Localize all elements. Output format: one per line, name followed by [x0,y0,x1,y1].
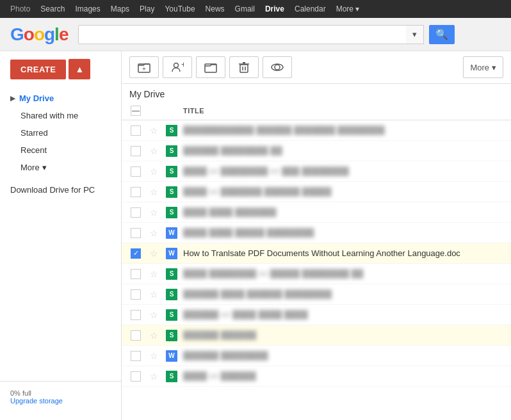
toolbar-more-label: More [470,63,489,72]
sheets-icon: S [166,309,177,321]
sidebar-item-recent[interactable]: Recent [0,141,121,159]
row-checkbox[interactable] [131,330,141,341]
row-checkbox[interactable] [131,269,141,279]
star-icon[interactable]: ☆ [150,187,158,197]
more-arrow-icon: ▾ [42,163,47,172]
table-row[interactable]: ☆S████████████ ██████ ███████ ████████ [122,120,511,141]
main-layout: CREATE ▲ ▶ My Drive Shared with me Starr… [0,51,511,420]
row-checkbox[interactable] [131,310,141,320]
table-row[interactable]: ☆S████ ## ████████ ## ███ ████████ [122,161,511,182]
nav-item-news[interactable]: News [200,4,230,13]
toolbar: + + More ▾ [122,51,511,84]
create-button[interactable]: CREATE [10,60,66,79]
search-button[interactable]: 🔍 [429,25,455,44]
sidebar-item-my-drive[interactable]: ▶ My Drive [0,90,121,107]
star-icon[interactable]: ☆ [150,330,158,341]
row-checkbox[interactable] [131,146,141,156]
move-to-folder-button[interactable] [196,56,225,78]
table-row[interactable]: ✓☆WHow to Tranlsate PDF Documents Withou… [122,243,511,264]
toolbar-more-arrow-icon: ▾ [492,63,496,72]
header-checkbox[interactable]: — [131,106,141,116]
svg-rect-5 [240,65,248,72]
breadcrumb: My Drive [122,84,511,102]
file-name: ██████ ██████ [181,330,506,340]
row-checkbox[interactable] [131,351,141,361]
nav-item-images[interactable]: Images [70,4,105,13]
table-row[interactable]: ☆S████ ## ██████ [122,366,511,387]
upload-button[interactable]: ▲ [69,59,90,79]
upgrade-link[interactable]: Upgrade storage [10,397,63,405]
sheets-icon: S [166,207,177,218]
nav-item-drive[interactable]: Drive [260,4,289,13]
create-area: CREATE ▲ [0,59,121,90]
file-name: ████ ████ █████ ████████ [181,228,506,238]
toolbar-more-button[interactable]: More ▾ [463,56,503,78]
sidebar-label-shared: Shared with me [20,111,78,120]
table-row[interactable]: ☆S██████ ██████ [122,325,511,346]
top-navigation: Photo Search Images Maps Play YouTube Ne… [0,0,511,18]
sheets-icon: S [166,330,177,341]
sidebar-item-download[interactable]: Download Drive for PC [0,181,121,198]
table-row[interactable]: ☆S████ ████ ███████ [122,202,511,223]
nav-item-calendar[interactable]: Calendar [289,4,331,13]
sidebar-item-shared-with-me[interactable]: Shared with me [0,107,121,124]
sheets-icon: S [166,268,177,280]
docs-icon: W [166,350,177,362]
preview-button[interactable] [263,56,292,78]
row-checkbox[interactable]: ✓ [131,248,141,259]
star-icon[interactable]: ☆ [150,289,158,300]
row-checkbox[interactable] [131,125,141,136]
table-row[interactable]: ☆S████ ## ███████ ██████ █████ [122,182,511,202]
table-row[interactable]: ☆S██████ ████████ ██ [122,141,511,161]
row-checkbox[interactable] [131,166,141,177]
file-name: How to Tranlsate PDF Documents Without L… [181,248,506,258]
row-checkbox[interactable] [131,207,141,218]
new-folder-button[interactable]: + [129,56,159,78]
docs-icon: W [166,227,177,239]
star-icon[interactable]: ☆ [150,228,158,238]
row-checkbox[interactable] [131,228,141,238]
table-row[interactable]: ☆W████ ████ █████ ████████ [122,223,511,243]
star-icon[interactable]: ☆ [150,146,158,156]
nav-item-more[interactable]: More ▾ [331,4,365,13]
arrow-icon: ▶ [10,95,15,102]
star-icon[interactable]: ☆ [150,166,158,177]
row-checkbox[interactable] [131,187,141,197]
row-checkbox[interactable] [131,371,141,382]
nav-item-youtube[interactable]: YouTube [159,4,200,13]
delete-button[interactable] [229,56,259,78]
sheets-icon: S [166,145,177,157]
sidebar-label-starred: Starred [20,128,48,138]
nav-item-play[interactable]: Play [134,4,159,13]
add-people-button[interactable]: + [163,56,192,78]
file-rows-container: ☆S████████████ ██████ ███████ ████████☆S… [122,120,511,387]
nav-item-maps[interactable]: Maps [106,4,134,13]
file-name: ████████████ ██████ ███████ ████████ [181,125,506,135]
table-row[interactable]: ☆S████ ████████ ## █████ ████████ ██ [122,264,511,284]
row-checkbox[interactable] [131,289,141,300]
nav-item-search[interactable]: Search [35,4,70,13]
star-icon[interactable]: ☆ [150,371,158,382]
sidebar-item-more[interactable]: More ▾ [0,159,121,176]
star-icon[interactable]: ☆ [150,269,158,279]
star-icon[interactable]: ☆ [150,248,158,259]
star-icon[interactable]: ☆ [150,125,158,136]
star-icon[interactable]: ☆ [150,351,158,361]
star-icon[interactable]: ☆ [150,310,158,320]
table-row[interactable]: ☆W██████ ████████ [122,346,511,366]
nav-item-photo[interactable]: Photo [5,4,35,13]
file-list-area: — TITLE ☆S████████████ ██████ ███████ ██… [122,102,511,420]
table-row[interactable]: ☆S██████ ## ████ ████ ████ [122,305,511,325]
search-dropdown-button[interactable]: ▾ [406,25,424,44]
file-name: ████ ## ████████ ## ███ ████████ [181,166,506,176]
table-row[interactable]: ☆S██████ ████ ██████ ████████ [122,284,511,305]
star-icon[interactable]: ☆ [150,207,158,218]
nav-item-gmail[interactable]: Gmail [230,4,260,13]
title-column-header: TITLE [181,104,506,117]
sidebar-footer: 0% full Upgrade storage [0,381,121,412]
file-name: ██████ ████ ██████ ████████ [181,289,506,299]
sidebar-item-starred[interactable]: Starred [0,124,121,141]
sidebar-label-more: More [20,163,40,172]
content-area: + + More ▾ My Drive [122,51,511,420]
search-input[interactable] [78,25,424,44]
